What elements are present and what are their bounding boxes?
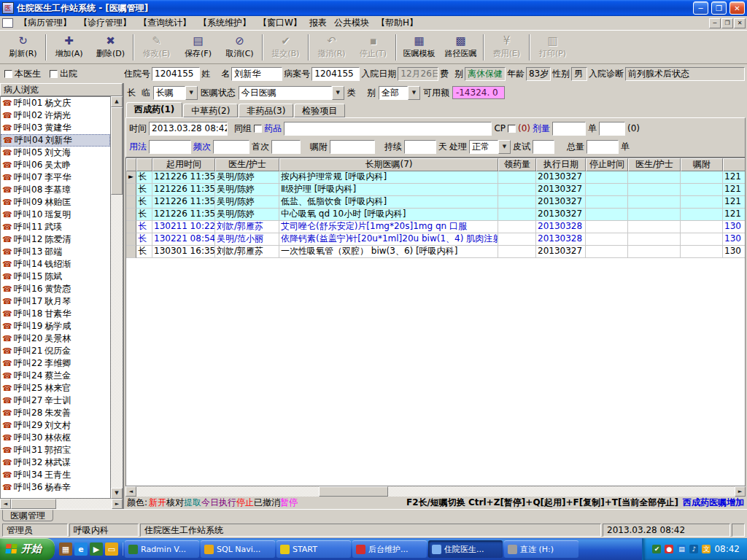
order-category-select[interactable]: 全部▼ (379, 86, 420, 100)
orders-column-header[interactable]: 医生/护士 (628, 158, 681, 171)
orders-column-header[interactable]: 停止时间 (586, 158, 628, 171)
skin-test-input[interactable] (533, 140, 554, 154)
save-button[interactable]: ▤保存(F) (177, 32, 219, 63)
order-row[interactable]: 长121226 11:35吴明/陈婷低盐、低脂饮食 [呼吸内科]20130327… (126, 196, 745, 209)
orders-horizontal-scrollbar[interactable]: ◄ ► (125, 486, 746, 497)
show-desktop-icon[interactable]: ▦ (59, 542, 72, 556)
patient-list-item[interactable]: ☎呼叫08李基璋 (1, 184, 110, 196)
taskbar-task[interactable]: 直连 (H:) (504, 540, 578, 558)
cancel-button[interactable]: ⊘取消(C) (219, 32, 260, 63)
same-group-checkbox[interactable] (254, 125, 262, 133)
order-row[interactable]: 长121226 11:35吴明/陈婷Ⅱ级护理 [呼吸内科]20130327121 (126, 184, 745, 196)
time-field[interactable]: 2013.03.28 08:42 (149, 122, 228, 136)
menu-item[interactable]: 【查询统计】 (135, 15, 195, 31)
antivirus-icon[interactable]: ● (665, 545, 673, 553)
add-button[interactable]: ✚增加(A) (48, 32, 90, 63)
patient-list-item[interactable]: ☎呼叫09林贻匡 (1, 196, 110, 209)
mdi-restore-button[interactable]: ❐ (721, 18, 733, 28)
order-row[interactable]: 长130221 08:54吴明/范小丽依降钙素(益盖宁)针[20u*1ml]20… (126, 233, 745, 246)
patient-list-item[interactable]: ☎呼叫01杨文庆 (1, 97, 110, 109)
close-button[interactable]: ✕ (729, 1, 745, 15)
shield-icon[interactable]: ✔ (652, 545, 661, 553)
minimize-button[interactable]: ─ (693, 1, 708, 15)
name-field[interactable]: 刘新华 (231, 67, 282, 81)
scroll-right-icon[interactable]: ► (112, 499, 123, 509)
order-type-select[interactable]: 长嘱▼ (153, 86, 198, 100)
orders-column-header[interactable]: 领药量 (498, 158, 536, 171)
menu-item[interactable]: 【窗口W】 (255, 15, 306, 31)
patient-list-item[interactable]: ☎呼叫15陈斌 (1, 271, 110, 283)
scrollbar-thumb[interactable] (319, 486, 388, 497)
discharged-checkbox[interactable] (50, 70, 58, 78)
drug-tab[interactable]: 中草药(2) (183, 104, 238, 117)
delete-button[interactable]: ✖删除(D) (90, 32, 131, 63)
volume-icon[interactable]: ♪ (689, 545, 698, 553)
patient-list-item[interactable]: ☎呼叫20吴景林 (1, 332, 110, 345)
patient-list-item[interactable]: ☎呼叫22李维卿 (1, 357, 110, 370)
order-status-select[interactable]: 今日医嘱▼ (239, 86, 344, 100)
folder-icon[interactable]: ▭ (105, 542, 118, 556)
patient-list-item[interactable]: ☎呼叫28朱发善 (1, 407, 110, 419)
chevron-down-icon[interactable]: ▼ (498, 140, 511, 154)
scrollbar-thumb[interactable] (11, 499, 56, 509)
scroll-up-icon[interactable]: ▲ (111, 96, 123, 107)
scroll-left-icon[interactable]: ◄ (125, 486, 136, 497)
usage-input[interactable] (149, 140, 191, 154)
frequency-input[interactable] (213, 140, 249, 154)
scroll-left-icon[interactable]: ◄ (0, 499, 11, 509)
cp-checkbox[interactable] (508, 125, 516, 133)
path-order-button[interactable]: ▩路径医嘱 (440, 32, 481, 63)
network-icon[interactable]: ▤ (677, 545, 686, 553)
refresh-button[interactable]: ↻刷新(R) (2, 32, 44, 63)
orders-column-header[interactable]: 长期医嘱(7) (279, 158, 498, 171)
menu-item[interactable]: 公共模块 (330, 15, 373, 31)
taskbar-task[interactable]: Radmin V... (125, 540, 199, 558)
patient-list-item[interactable]: ☎呼叫36杨春辛 (1, 481, 110, 494)
menu-item[interactable]: 报表 (306, 15, 330, 31)
my-patients-filter[interactable]: 本医生 (4, 68, 41, 80)
order-row[interactable]: ►长121226 11:35吴明/陈婷按内科护理常规 [呼吸内科]2013032… (126, 171, 745, 184)
admission-no-field[interactable]: 1204155 (152, 67, 200, 81)
drug-tab[interactable]: 西成药(1) (126, 102, 182, 117)
taskbar-task[interactable]: START (276, 540, 351, 558)
orders-column-header[interactable] (126, 158, 136, 171)
order-row[interactable]: 长121226 11:35吴明/陈婷中心吸氧 qd 10小时 [呼吸内科]201… (126, 209, 745, 221)
patient-list-item[interactable]: ☎呼叫05刘文海 (1, 147, 110, 159)
patient-list-item[interactable]: ☎呼叫19杨学咸 (1, 320, 110, 332)
taskbar-task[interactable]: 后台维护... (352, 540, 427, 558)
patient-list-item[interactable]: ☎呼叫11武瑛 (1, 221, 110, 233)
order-row[interactable]: 长130211 10:22刘歆/郭雁苏艾司唑仑(舒乐安定)片[1mg*20s]1… (126, 221, 745, 233)
my-patients-checkbox[interactable] (4, 70, 12, 78)
menu-item[interactable]: 【病历管理】 (15, 15, 75, 31)
duration-input[interactable] (404, 140, 436, 154)
patient-list-item[interactable]: ☎呼叫24蔡兰金 (1, 370, 110, 382)
patient-list-item[interactable]: ☎呼叫31郭招宝 (1, 444, 110, 456)
taskbar-task[interactable]: SQL Navi... (201, 540, 275, 558)
patient-list-item[interactable]: ☎呼叫32林武谋 (1, 456, 110, 469)
scroll-right-icon[interactable]: ► (735, 486, 746, 497)
drug-tab[interactable]: 检验项目 (294, 104, 345, 117)
order-remark-input[interactable] (330, 140, 375, 154)
scrollbar-thumb[interactable] (111, 107, 123, 195)
patient-list-item[interactable]: ☎呼叫30林依枢 (1, 432, 110, 444)
same-group-option[interactable]: 同组 (234, 122, 262, 135)
case-no-field[interactable]: 1204155 (311, 67, 360, 81)
ie-icon[interactable]: e (74, 542, 88, 556)
taskbar-task[interactable]: 住院医生... (428, 540, 503, 558)
menu-item[interactable]: 【系统维护】 (195, 15, 255, 31)
drug-input[interactable] (284, 122, 492, 136)
restore-button[interactable]: ❐ (711, 1, 727, 15)
tab-order-management[interactable]: 医嘱管理 (2, 510, 53, 521)
patient-list-item[interactable]: ☎呼叫10瑶复明 (1, 209, 110, 221)
patient-list-item[interactable]: ☎呼叫29刘文村 (1, 419, 110, 432)
orders-column-header[interactable] (723, 158, 746, 171)
orders-column-header[interactable]: 起用时间 (152, 158, 215, 171)
dose-input[interactable] (552, 122, 586, 136)
patient-list-item[interactable]: ☎呼叫14钱绍渐 (1, 258, 110, 271)
patient-list-item[interactable]: ☎呼叫25林来官 (1, 382, 110, 394)
patient-list-item[interactable]: ☎呼叫06吴太睁 (1, 159, 110, 171)
menu-item[interactable]: 【诊疗管理】 (75, 15, 135, 31)
orders-column-header[interactable]: 执行日期 (536, 158, 586, 171)
patient-list-item[interactable]: ☎呼叫18甘素华 (1, 308, 110, 320)
chevron-down-icon[interactable]: ▼ (332, 86, 344, 100)
